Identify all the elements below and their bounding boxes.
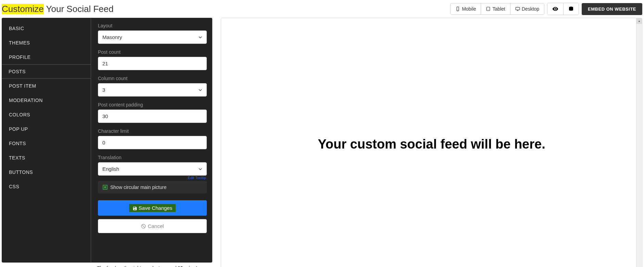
mobile-icon <box>455 7 460 11</box>
title-rest: Your Social Feed <box>44 4 114 14</box>
translation-label: Translation <box>98 155 207 160</box>
form-panel: Layout Masonry Post count Column count 3 <box>91 18 212 263</box>
sync-note: The feed on the right was last synced 10… <box>2 265 212 267</box>
save-button[interactable]: Save Changes <box>98 200 207 216</box>
layout-label: Layout <box>98 23 207 28</box>
sidebar-item-profile[interactable]: PROFILE <box>2 50 91 64</box>
mobile-label: Mobile <box>462 6 476 12</box>
config-panel: BASIC THEMES PROFILE POSTS POST ITEM MOD… <box>2 18 212 263</box>
sidebar-item-buttons[interactable]: BUTTONS <box>2 165 91 179</box>
circular-picture-checkbox-row[interactable]: Edit Tooltip Show circular main picture <box>98 181 207 193</box>
page-title: Customize Your Social Feed <box>2 4 114 14</box>
sidebar-item-colors[interactable]: COLORS <box>2 107 91 122</box>
sidebar-item-themes[interactable]: THEMES <box>2 36 91 50</box>
preview-button[interactable] <box>547 3 564 15</box>
cancel-icon <box>141 224 146 229</box>
post-count-input[interactable] <box>98 57 207 70</box>
scroll-up-arrow-icon[interactable]: ▲ <box>636 18 642 24</box>
padding-input[interactable] <box>98 110 207 123</box>
desktop-label: Desktop <box>522 6 539 12</box>
sidebar-item-basic[interactable]: BASIC <box>2 21 91 36</box>
padding-label: Post content padding <box>98 102 207 107</box>
device-toggle-group: Mobile Tablet Desktop <box>450 3 544 15</box>
sidebar-item-texts[interactable]: TEXTS <box>2 151 91 165</box>
sidebar-item-moderation[interactable]: MODERATION <box>2 93 91 107</box>
embed-button[interactable]: EMBED ON WEBSITE <box>582 3 642 15</box>
sidebar-item-post-item[interactable]: POST ITEM <box>2 79 91 93</box>
cancel-label: Cancel <box>148 223 164 229</box>
checkbox-icon <box>103 185 108 190</box>
post-count-label: Post count <box>98 49 207 55</box>
title-highlighted-word: Customize <box>2 4 44 14</box>
column-count-select[interactable]: 3 <box>98 83 207 97</box>
header-actions: Mobile Tablet Desktop EMBED ON WEBSITE <box>450 3 642 15</box>
sidebar-item-popup[interactable]: POP UP <box>2 122 91 136</box>
sidebar-item-fonts[interactable]: FONTS <box>2 136 91 151</box>
checkbox-label: Show circular main picture <box>110 185 166 190</box>
translation-select[interactable]: English <box>98 162 207 176</box>
char-limit-input[interactable] <box>98 136 207 149</box>
sidebar-item-css[interactable]: CSS <box>2 179 91 194</box>
layout-select[interactable]: Masonry <box>98 30 207 44</box>
eye-icon <box>552 6 558 12</box>
preview-placeholder-text: Your custom social feed will be here. <box>318 137 545 152</box>
tablet-device-button[interactable]: Tablet <box>481 3 510 14</box>
preview-scrollbar[interactable]: ▲ <box>636 18 642 267</box>
svg-rect-2 <box>487 7 490 11</box>
cancel-button[interactable]: Cancel <box>98 219 207 233</box>
database-icon <box>568 6 574 12</box>
svg-line-9 <box>142 225 145 227</box>
mobile-device-button[interactable]: Mobile <box>451 3 481 14</box>
column-count-label: Column count <box>98 76 207 81</box>
sidebar-item-posts[interactable]: POSTS <box>2 64 91 79</box>
desktop-device-button[interactable]: Desktop <box>510 3 544 14</box>
tablet-icon <box>486 7 491 11</box>
svg-rect-4 <box>516 7 520 10</box>
icon-button-group <box>547 3 579 15</box>
data-button[interactable] <box>564 3 579 15</box>
edit-tooltip-link[interactable]: Edit Tooltip <box>188 176 206 180</box>
desktop-icon <box>515 7 520 11</box>
tablet-label: Tablet <box>492 6 505 12</box>
preview-panel: Your custom social feed will be here. ▲ <box>221 18 642 267</box>
sidebar: BASIC THEMES PROFILE POSTS POST ITEM MOD… <box>2 18 91 263</box>
char-limit-label: Character limit <box>98 128 207 134</box>
save-label: Save Changes <box>139 205 172 211</box>
save-icon <box>132 206 137 211</box>
